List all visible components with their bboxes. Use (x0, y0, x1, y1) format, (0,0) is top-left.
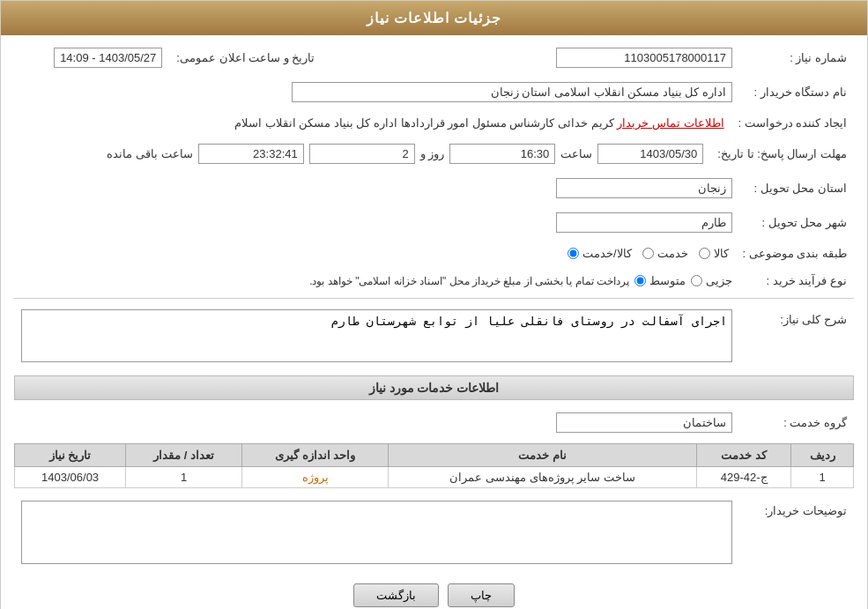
kala-radio[interactable] (699, 248, 710, 259)
requester-value: کریم خدائی کارشناس مسئول امور قراردادها … (234, 116, 614, 130)
city-row: شهر محل تحویل : طارم (14, 209, 854, 236)
category-radio-group: کالا خدمت کالا/خدمت (21, 247, 729, 260)
col-service-name: نام خدمت (389, 444, 697, 467)
main-content: شماره نیاز : 1103005178000117 تاریخ و سا… (1, 35, 867, 609)
table-row: 1ج-42-429ساخت سایر پروژه‌های مهندسی عمرا… (15, 467, 854, 488)
col-quantity: تعداد / مقدار (126, 444, 242, 467)
city-label: شهر محل تحویل : (739, 209, 854, 236)
need-desc-row: شرح کلی نیاز: (14, 306, 854, 368)
deadline-time: 16:30 (449, 144, 555, 164)
col-date: تاریخ نیاز (15, 444, 126, 467)
need-desc-label: شرح کلی نیاز: (739, 306, 854, 368)
buyer-desc-label: توضیحات خریدار: (739, 497, 854, 570)
need-desc-field[interactable] (21, 309, 732, 362)
need-number-row: شماره نیاز : 1103005178000117 تاریخ و سا… (14, 44, 854, 71)
category-row: طبقه بندی موضوعی : کالا خدمت کالا/خدمت (14, 243, 854, 264)
purchase-type-group: جزیی متوسط پرداخت تمام یا بخشی از مبلغ خ… (21, 274, 732, 287)
unit: پروژه (242, 467, 389, 488)
service-group-field: ساختمان (556, 412, 732, 433)
row-num: 1 (791, 467, 854, 488)
requester-link[interactable]: اطلاعات تماس خریدار (617, 116, 723, 130)
day-label: روز و (420, 147, 445, 160)
service-group-row: گروه خدمت : ساختمان (14, 409, 854, 436)
khedmat-label: خدمت (657, 247, 688, 260)
category-radio-khedmat[interactable]: خدمت (642, 247, 688, 260)
page-title: جزئیات اطلاعات نیاز (367, 11, 502, 26)
buyer-org-row: نام دستگاه خریدار : اداره کل بنیاد مسکن … (14, 78, 854, 106)
category-radio-kala-khedmat[interactable]: کالا/خدمت (568, 247, 632, 260)
purchase-radio-motovaset[interactable]: متوسط (634, 274, 686, 287)
purchase-radio-jozi[interactable]: جزیی (691, 274, 732, 287)
buyer-desc-field[interactable] (21, 501, 732, 564)
province-field: زنجان (556, 178, 732, 198)
print-button[interactable]: چاپ (448, 583, 515, 607)
deadline-row: مهلت ارسال پاسخ: تا تاریخ: 1403/05/30 سا… (14, 140, 854, 167)
motovaset-label: متوسط (649, 274, 686, 287)
kala-label: کالا (714, 247, 729, 260)
service-group-label: گروه خدمت : (739, 409, 854, 436)
requester-label: ایجاد کننده درخواست : (731, 113, 854, 133)
button-group: چاپ بازگشت (14, 583, 854, 607)
date: 1403/06/03 (15, 467, 126, 488)
announce-value: 1403/05/27 - 14:09 (14, 44, 169, 71)
col-service-code: کد خدمت (696, 444, 790, 467)
category-radio-kala[interactable]: کالا (699, 247, 729, 260)
back-button[interactable]: بازگشت (353, 583, 439, 607)
services-section-title: اطلاعات خدمات مورد نیاز (14, 375, 854, 400)
col-row-num: ردیف (791, 444, 854, 467)
deadline-label: مهلت ارسال پاسخ: تا تاریخ: (710, 140, 854, 167)
motovaset-radio[interactable] (634, 275, 646, 286)
purchase-note: پرداخت تمام یا بخشی از مبلغ خریداز محل "… (309, 275, 629, 287)
announce-field: 1403/05/27 - 14:09 (54, 48, 162, 68)
col-unit: واحد اندازه گیری (242, 444, 389, 467)
need-number-field: 1103005178000117 (556, 48, 732, 68)
service-code: ج-42-429 (696, 467, 790, 488)
divider-1 (14, 298, 854, 299)
remaining-time: 23:32:41 (198, 144, 304, 164)
province-label: استان محل تحویل : (739, 175, 854, 202)
buyer-org-field: اداره کل بنیاد مسکن انقلاب اسلامی استان … (292, 82, 732, 102)
kala-khedmat-label: کالا/خدمت (582, 247, 632, 260)
need-number-label: شماره نیاز : (739, 44, 854, 71)
page-header: جزئیات اطلاعات نیاز (1, 1, 867, 35)
province-row: استان محل تحویل : زنجان (14, 175, 854, 202)
need-number-value: 1103005178000117 (498, 44, 739, 71)
buyer-desc-row: توضیحات خریدار: (14, 497, 854, 570)
khedmat-radio[interactable] (642, 248, 654, 259)
page-wrapper: جزئیات اطلاعات نیاز شماره نیاز : 1103005… (0, 0, 868, 609)
buyer-org-label: نام دستگاه خریدار : (739, 78, 854, 106)
category-label: طبقه بندی موضوعی : (736, 243, 854, 264)
deadline-days: 2 (309, 144, 415, 164)
purchase-type-row: نوع فرآیند خرید : جزیی متوسط پرداخت تمام… (14, 271, 854, 291)
remaining-label: ساعت باقی مانده (107, 147, 192, 160)
requester-row: ایجاد کننده درخواست : اطلاعات تماس خریدا… (14, 113, 854, 133)
time-label: ساعت (560, 147, 592, 160)
purchase-type-label: نوع فرآیند خرید : (739, 271, 854, 291)
city-field: طارم (556, 212, 732, 233)
quantity: 1 (126, 467, 242, 488)
announce-label: تاریخ و ساعت اعلان عمومی: (169, 44, 322, 71)
jozi-label: جزیی (706, 274, 732, 287)
kala-khedmat-radio[interactable] (568, 248, 579, 259)
jozi-radio[interactable] (691, 275, 702, 286)
deadline-fields: 1403/05/30 ساعت 16:30 روز و 2 23:32:41 س… (21, 144, 703, 164)
service-name: ساخت سایر پروژه‌های مهندسی عمران (389, 467, 697, 488)
services-table: ردیف کد خدمت نام خدمت واحد اندازه گیری ت… (14, 443, 854, 488)
deadline-date: 1403/05/30 (597, 144, 703, 164)
